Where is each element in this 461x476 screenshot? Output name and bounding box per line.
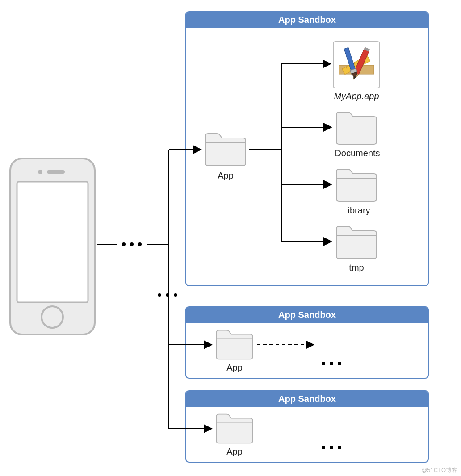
library-label: Library xyxy=(334,205,379,216)
app-folder-icon-1 xyxy=(203,132,248,167)
phone-icon xyxy=(9,157,96,336)
sandbox-1-title: App Sandbox xyxy=(186,12,428,28)
svg-rect-3 xyxy=(17,182,88,302)
ellipsis-dots-vertical xyxy=(158,293,177,297)
ellipsis-dots-panel3 xyxy=(322,446,341,449)
library-folder-icon xyxy=(334,167,379,203)
svg-rect-2 xyxy=(47,170,65,174)
documents-label: Documents xyxy=(331,148,384,159)
app-folder-icon-2 xyxy=(214,329,255,361)
app-bundle-label: MyApp.app xyxy=(330,91,383,101)
tmp-label: tmp xyxy=(334,263,379,273)
sandbox-3-title: App Sandbox xyxy=(186,391,428,407)
app-bundle-icon xyxy=(333,41,380,88)
app-folder-label-1: App xyxy=(203,171,248,181)
ellipsis-dots-panel2 xyxy=(322,362,341,365)
app-folder-label-3: App xyxy=(214,447,255,457)
documents-folder-icon xyxy=(334,110,379,146)
ellipsis-dots-phone xyxy=(122,242,142,246)
app-folder-icon-3 xyxy=(214,413,255,445)
tmp-folder-icon xyxy=(334,225,379,260)
app-folder-label-2: App xyxy=(214,363,255,373)
sandbox-2-title: App Sandbox xyxy=(186,307,428,323)
svg-point-1 xyxy=(38,170,42,174)
watermark-text: @51CTO博客 xyxy=(421,466,457,474)
svg-point-4 xyxy=(42,306,63,328)
